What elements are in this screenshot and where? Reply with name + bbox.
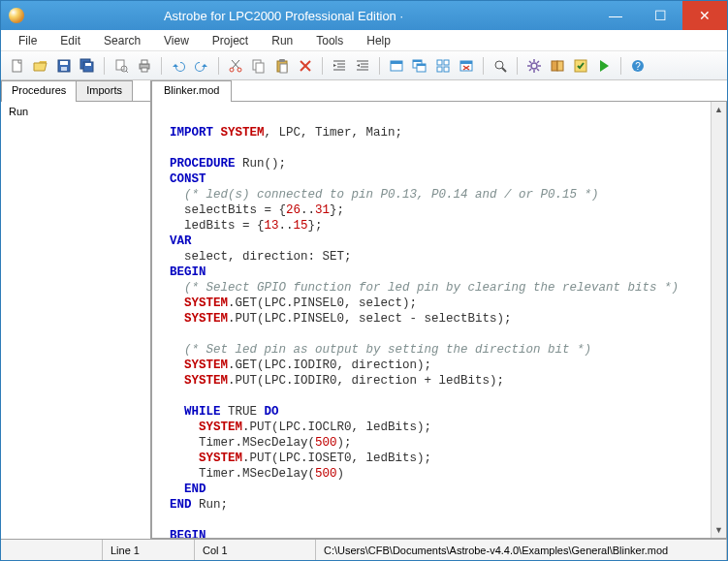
svg-rect-0 [13,60,21,72]
outdent-icon[interactable] [353,56,372,76]
run-icon[interactable] [594,56,614,76]
svg-line-47 [502,68,506,72]
indent-icon[interactable] [330,56,349,76]
scroll-up-icon[interactable]: ▲ [712,102,726,117]
window-2-icon[interactable] [410,56,429,76]
svg-rect-37 [417,64,426,66]
svg-rect-3 [61,67,67,71]
svg-line-15 [233,60,239,68]
save-all-icon[interactable] [78,56,97,76]
svg-rect-33 [391,61,402,64]
scroll-down-icon[interactable]: ▼ [712,522,726,538]
status-col: Col 1 [195,540,316,560]
save-icon[interactable] [54,56,74,76]
svg-rect-57 [552,61,557,71]
check-icon[interactable] [571,56,590,76]
svg-rect-38 [437,60,442,65]
svg-rect-21 [280,64,287,73]
statusbar: Line 1 Col 1 C:\Users\CFB\Documents\Astr… [1,539,727,560]
svg-rect-12 [142,68,147,72]
print-icon[interactable] [135,56,154,76]
window-title: Astrobe for LPC2000 Professional Edition… [0,9,593,23]
cut-icon[interactable] [226,56,245,76]
new-file-icon[interactable] [8,56,27,76]
window-close-icon[interactable] [457,56,476,76]
menu-search[interactable]: Search [94,32,150,49]
svg-line-16 [232,60,238,68]
titlebar[interactable]: Astrobe for LPC2000 Professional Edition… [1,1,727,30]
svg-line-56 [537,61,539,63]
help-icon[interactable]: ? [628,56,648,76]
menu-project[interactable]: Project [203,32,258,49]
svg-rect-2 [60,61,68,65]
status-cell-empty [1,540,103,560]
procedure-item[interactable]: Run [7,105,144,118]
svg-rect-41 [444,67,449,72]
svg-rect-40 [437,67,442,72]
minimize-button[interactable]: — [593,1,638,30]
search-icon[interactable] [491,56,510,76]
sidetab-procedures[interactable]: Procedures [1,80,77,101]
side-panel: Procedures Imports Run [1,80,151,539]
menu-view[interactable]: View [154,32,199,49]
app-window: Astrobe for LPC2000 Professional Edition… [0,0,728,561]
gear-icon[interactable] [524,56,544,76]
svg-line-9 [126,71,128,73]
svg-point-13 [230,68,234,72]
undo-icon[interactable] [169,56,188,76]
maximize-button[interactable]: ☐ [638,1,682,30]
procedures-list: Run [1,102,150,539]
svg-rect-18 [256,63,264,73]
editor-tab[interactable]: Blinker.mod [151,80,232,101]
window-1-icon[interactable] [387,56,406,76]
svg-line-55 [529,69,531,71]
svg-rect-39 [444,60,449,65]
svg-point-14 [237,68,241,72]
copy-icon[interactable] [249,56,269,76]
svg-rect-35 [413,60,422,62]
code-content[interactable]: IMPORT SYSTEM, LPC, Timer, Main; PROCEDU… [152,102,711,538]
svg-rect-6 [85,63,91,66]
svg-line-54 [537,69,539,71]
close-button[interactable]: ✕ [682,1,727,30]
menu-file[interactable]: File [9,32,47,49]
svg-text:?: ? [635,61,641,72]
status-path: C:\Users\CFB\Documents\Astrobe-v4.4.0\Ex… [316,540,727,560]
svg-point-48 [531,63,537,69]
vertical-scrollbar[interactable]: ▲ ▼ [711,102,726,538]
menu-tools[interactable]: Tools [306,32,353,49]
svg-point-46 [495,61,503,69]
svg-rect-58 [557,61,563,71]
svg-rect-11 [142,60,147,64]
status-line: Line 1 [103,540,195,560]
open-file-icon[interactable] [31,56,50,76]
module-icon[interactable] [548,56,567,76]
svg-line-53 [529,61,531,63]
toolbar: ? [1,51,727,80]
paste-icon[interactable] [272,56,292,76]
menu-edit[interactable]: Edit [50,32,90,49]
svg-rect-20 [279,59,285,62]
menubar: File Edit Search View Project Run Tools … [1,30,727,51]
code-editor[interactable]: IMPORT SYSTEM, LPC, Timer, Main; PROCEDU… [151,102,727,539]
sidetab-imports[interactable]: Imports [76,80,133,101]
window-grid-icon[interactable] [433,56,453,76]
delete-icon[interactable] [296,56,315,76]
svg-rect-7 [116,60,124,70]
menu-help[interactable]: Help [357,32,400,49]
redo-icon[interactable] [192,56,211,76]
svg-rect-43 [460,61,472,64]
menu-run[interactable]: Run [262,32,302,49]
print-preview-icon[interactable] [111,56,131,76]
